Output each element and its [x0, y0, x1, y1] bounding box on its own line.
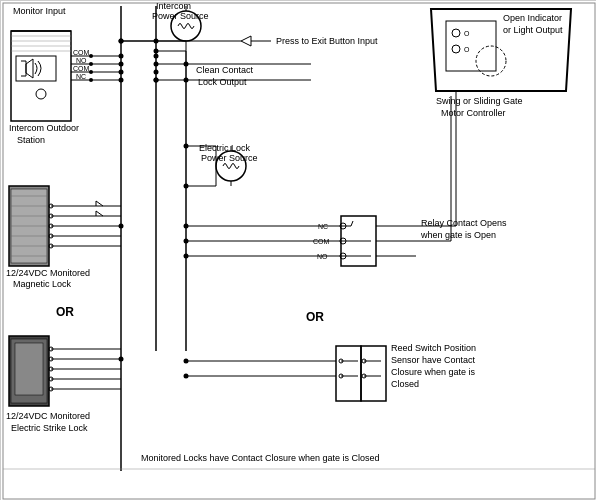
- svg-point-52: [154, 62, 159, 67]
- svg-text:Power Source: Power Source: [201, 153, 258, 163]
- svg-point-113: [119, 357, 124, 362]
- svg-text:Magnetic Lock: Magnetic Lock: [13, 279, 72, 289]
- svg-text:OR: OR: [56, 305, 74, 319]
- svg-text:Station: Station: [17, 135, 45, 145]
- svg-point-65: [184, 184, 189, 189]
- svg-point-172: [184, 254, 189, 259]
- svg-text:COM: COM: [73, 49, 90, 56]
- svg-text:Press to Exit Button Input: Press to Exit Button Input: [276, 36, 378, 46]
- svg-text:Monitored Locks have Contact C: Monitored Locks have Contact Closure whe…: [141, 453, 380, 463]
- svg-point-88: [119, 224, 124, 229]
- svg-point-170: [184, 239, 189, 244]
- svg-text:O: O: [464, 30, 470, 37]
- svg-text:NO: NO: [76, 57, 87, 64]
- svg-point-186: [154, 70, 159, 75]
- svg-text:OR: OR: [306, 310, 324, 324]
- svg-text:when gate is Open: when gate is Open: [420, 230, 496, 240]
- svg-point-184: [154, 49, 159, 54]
- svg-text:Clean Contact: Clean Contact: [196, 65, 254, 75]
- svg-text:Sensor have Contact: Sensor have Contact: [391, 355, 476, 365]
- svg-point-185: [154, 54, 159, 59]
- svg-point-188: [184, 62, 189, 67]
- svg-point-61: [184, 144, 189, 149]
- svg-point-189: [184, 78, 189, 83]
- svg-text:Closed: Closed: [391, 379, 419, 389]
- svg-rect-0: [1, 1, 596, 500]
- svg-text:Intercom Outdoor: Intercom Outdoor: [9, 123, 79, 133]
- svg-point-168: [184, 224, 189, 229]
- svg-text:NC: NC: [76, 73, 86, 80]
- svg-text:Reed Switch Position: Reed Switch Position: [391, 343, 476, 353]
- svg-point-150: [184, 359, 189, 364]
- svg-text:Closure when gate is: Closure when gate is: [391, 367, 476, 377]
- svg-text:12/24VDC Monitored: 12/24VDC Monitored: [6, 411, 90, 421]
- svg-text:Electric Lock: Electric Lock: [199, 143, 251, 153]
- svg-text:Intercom: Intercom: [156, 1, 191, 11]
- monitor-input-label: Monitor Input: [13, 6, 66, 16]
- svg-point-182: [119, 39, 124, 44]
- wiring-diagram: Monitor Input COM NO COM NC Intercom Out…: [0, 0, 596, 500]
- svg-text:Open Indicator: Open Indicator: [503, 13, 562, 23]
- svg-text:or Light Output: or Light Output: [503, 25, 563, 35]
- svg-text:12/24VDC Monitored: 12/24VDC Monitored: [6, 268, 90, 278]
- svg-text:O: O: [464, 46, 470, 53]
- svg-text:Power Source: Power Source: [152, 11, 209, 21]
- svg-text:Swing or Sliding Gate: Swing or Sliding Gate: [436, 96, 523, 106]
- svg-text:COM: COM: [73, 65, 90, 72]
- svg-point-46: [119, 78, 124, 83]
- svg-point-187: [154, 78, 159, 83]
- svg-point-43: [119, 54, 124, 59]
- svg-point-44: [119, 62, 124, 67]
- svg-text:Electric Strike Lock: Electric Strike Lock: [11, 423, 88, 433]
- svg-text:Lock Output: Lock Output: [198, 77, 247, 87]
- svg-point-45: [119, 70, 124, 75]
- svg-rect-100: [15, 343, 43, 395]
- svg-point-152: [184, 374, 189, 379]
